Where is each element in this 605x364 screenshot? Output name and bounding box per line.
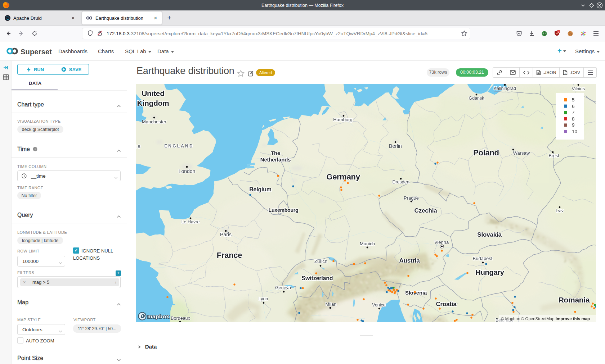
svg-text:Romania: Romania — [559, 296, 590, 304]
svg-text:Netherlands: Netherlands — [260, 156, 291, 163]
svg-text:2: 2 — [558, 31, 559, 33]
svg-text:Germany: Germany — [326, 172, 360, 181]
svg-text:Lviv: Lviv — [556, 208, 564, 213]
svg-text:Geneva: Geneva — [275, 285, 291, 290]
svg-text:Dresden: Dresden — [392, 179, 409, 185]
svg-text:Luxembourg: Luxembourg — [269, 207, 299, 213]
svg-text:Croatia: Croatia — [436, 301, 457, 308]
svg-text:France: France — [217, 251, 242, 260]
svg-text:Budapest: Budapest — [473, 256, 493, 261]
svg-text:Hamburg: Hamburg — [333, 117, 352, 122]
svg-text:mapbox: mapbox — [147, 313, 169, 319]
svg-text:Venice: Venice — [372, 302, 386, 308]
svg-text:Warsaw: Warsaw — [513, 150, 530, 156]
svg-text:Le Havre: Le Havre — [182, 219, 200, 224]
svg-text:x: x — [565, 72, 566, 74]
svg-text:ES: ES — [136, 144, 142, 149]
svg-text:6: 6 — [572, 104, 575, 109]
svg-text:Switzerland: Switzerland — [302, 275, 333, 281]
svg-text:Vienna: Vienna — [434, 240, 449, 245]
svg-text:Slovenia: Slovenia — [405, 290, 427, 296]
svg-text:10: 10 — [572, 129, 577, 134]
svg-text:Brest: Brest — [548, 153, 559, 158]
svg-text:The: The — [271, 150, 280, 156]
svg-text:Munich: Munich — [360, 241, 375, 246]
svg-text:ENGLAND: ENGLAND — [164, 144, 194, 149]
svg-text:United: United — [142, 89, 165, 97]
svg-text:Poland: Poland — [473, 148, 499, 157]
svg-text:Lyon: Lyon — [259, 296, 268, 301]
svg-text:Kingdom: Kingdom — [137, 99, 169, 107]
svg-text:Paris: Paris — [220, 232, 232, 237]
svg-text:Slovakia: Slovakia — [477, 231, 502, 238]
svg-text:7: 7 — [572, 110, 575, 115]
svg-text:London: London — [179, 168, 196, 174]
svg-text:Gdansk: Gdansk — [469, 96, 484, 101]
svg-text:Belgium: Belgium — [249, 186, 272, 192]
svg-text:Zurich: Zurich — [314, 259, 327, 264]
svg-text:Berlin: Berlin — [389, 143, 402, 149]
svg-text:Prague: Prague — [404, 195, 419, 201]
svg-text:Vilnius: Vilnius — [572, 86, 585, 91]
svg-text:Manchester: Manchester — [142, 119, 167, 124]
svg-text:Austria: Austria — [399, 257, 420, 264]
svg-text:Hungary: Hungary — [475, 268, 504, 276]
svg-text:8: 8 — [572, 116, 575, 122]
svg-text:5: 5 — [572, 97, 575, 103]
svg-text:Czechia: Czechia — [414, 207, 438, 214]
svg-text:© Mapbox © OpenStreetMap Impr: © Mapbox © OpenStreetMap Improve this ma… — [501, 317, 590, 321]
svg-text:Milan: Milan — [325, 301, 336, 307]
svg-text:9: 9 — [572, 122, 575, 128]
svg-text:Kaliningrad: Kaliningrad — [494, 86, 516, 91]
svg-text:Bordeaux: Bordeaux — [171, 316, 190, 321]
